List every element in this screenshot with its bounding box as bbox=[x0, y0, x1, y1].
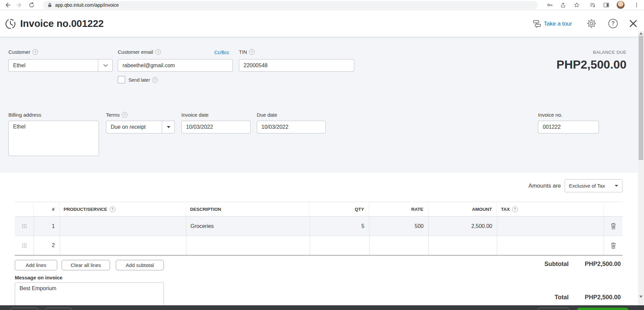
subtotal-amount: PHP2,500.00 bbox=[585, 261, 621, 268]
invoice-no-input[interactable] bbox=[538, 121, 599, 133]
tin-input[interactable] bbox=[239, 59, 354, 72]
col-number: # bbox=[34, 202, 60, 216]
footer-button-left-1[interactable] bbox=[10, 308, 38, 310]
tax-help-icon[interactable]: ? bbox=[512, 206, 518, 212]
drag-handle-icon[interactable] bbox=[15, 217, 34, 236]
scroll-down-icon[interactable] bbox=[639, 296, 643, 298]
subtotal-label: Subtotal bbox=[544, 261, 569, 268]
total-label: Total bbox=[554, 294, 569, 301]
media-playlist-icon[interactable] bbox=[589, 1, 597, 9]
due-date-label: Due date bbox=[257, 112, 277, 118]
clear-all-lines-button[interactable]: Clear all lines bbox=[62, 260, 110, 270]
amounts-are-row: Amounts are Exclusive of Tax bbox=[529, 179, 622, 192]
col-qty: QTY bbox=[310, 202, 369, 216]
page-title: Invoice no.001222 bbox=[20, 18, 104, 29]
scrollbar-thumb[interactable] bbox=[639, 36, 643, 160]
browser-forward-icon[interactable] bbox=[15, 1, 24, 9]
billing-address-label: Billing address bbox=[8, 112, 41, 118]
take-a-tour-label: Take a tour bbox=[544, 21, 572, 27]
amounts-are-label: Amounts are bbox=[529, 183, 561, 189]
address-bar[interactable]: app.qbo.intuit.com/app/invoice bbox=[43, 1, 538, 9]
due-date-input[interactable] bbox=[257, 121, 326, 133]
table-header-row: # PRODUCT/SERVICE? DESCRIPTION QTY RATE … bbox=[15, 202, 622, 217]
customer-dropdown-button[interactable] bbox=[98, 59, 113, 72]
add-lines-button[interactable]: Add lines bbox=[15, 260, 57, 270]
delete-row-icon[interactable] bbox=[604, 217, 622, 236]
col-product-service: PRODUCT/SERVICE? bbox=[60, 202, 186, 216]
scrollbar[interactable] bbox=[638, 31, 644, 305]
browser-reload-icon[interactable] bbox=[28, 1, 36, 9]
col-rate: RATE bbox=[369, 202, 428, 216]
col-amount: AMOUNT bbox=[428, 202, 497, 216]
quickbooks-invoice-page: app.qbo.intuit.com/app/invoice I bbox=[0, 0, 644, 310]
description-cell[interactable] bbox=[186, 236, 310, 255]
share-icon[interactable] bbox=[559, 1, 567, 9]
amount-cell[interactable]: 2,500.00 bbox=[428, 217, 497, 236]
browser-back-icon[interactable] bbox=[3, 1, 11, 9]
col-tax: TAX? bbox=[497, 202, 604, 216]
customer-help-icon[interactable]: ? bbox=[32, 49, 38, 55]
table-bottom-border bbox=[15, 255, 622, 256]
tax-cell[interactable] bbox=[497, 217, 604, 236]
take-a-tour-button[interactable]: Take a tour bbox=[533, 19, 572, 28]
row-number: 2 bbox=[34, 236, 60, 255]
product-cell[interactable] bbox=[60, 236, 186, 255]
bookmark-star-icon[interactable] bbox=[573, 1, 581, 9]
add-subtotal-button[interactable]: Add subtotal bbox=[116, 260, 164, 270]
browser-toolbar: app.qbo.intuit.com/app/invoice bbox=[0, 0, 644, 10]
description-cell[interactable]: Groceries bbox=[186, 217, 310, 236]
rate-cell[interactable]: 500 bbox=[369, 217, 428, 236]
product-cell[interactable] bbox=[60, 217, 186, 236]
line-items-table: # PRODUCT/SERVICE? DESCRIPTION QTY RATE … bbox=[15, 202, 622, 256]
drag-handle-icon[interactable] bbox=[15, 236, 34, 255]
terms-label: Terms? bbox=[106, 112, 128, 118]
invoice-date-input[interactable] bbox=[181, 121, 251, 133]
qty-cell[interactable] bbox=[310, 236, 369, 255]
browser-menu-icon[interactable] bbox=[633, 1, 641, 9]
invoice-date-label: Invoice date bbox=[181, 112, 209, 118]
delete-row-icon[interactable] bbox=[604, 236, 622, 255]
chevron-down-icon bbox=[615, 185, 618, 187]
tax-cell[interactable] bbox=[497, 236, 604, 255]
terms-select[interactable] bbox=[106, 121, 175, 133]
browser-profile-avatar[interactable] bbox=[616, 1, 625, 9]
send-later-checkbox[interactable] bbox=[118, 76, 125, 83]
send-later-help-icon[interactable]: ? bbox=[152, 77, 158, 83]
balance-due-amount: PHP2,500.00 bbox=[557, 58, 627, 71]
qty-cell[interactable]: 5 bbox=[310, 217, 369, 236]
chevron-down-icon bbox=[103, 64, 108, 67]
scroll-up-icon[interactable] bbox=[639, 32, 643, 35]
footer-button-right[interactable] bbox=[538, 308, 569, 310]
billing-address-textarea[interactable]: Ethel bbox=[8, 121, 99, 156]
save-and-send-button[interactable] bbox=[577, 308, 629, 310]
amounts-are-dropdown[interactable]: Exclusive of Tax bbox=[565, 179, 622, 192]
customer-select[interactable] bbox=[8, 59, 113, 72]
recent-transactions-icon[interactable] bbox=[4, 17, 17, 32]
rate-cell[interactable] bbox=[369, 236, 428, 255]
balance-due-label: BALANCE DUE bbox=[593, 50, 627, 55]
table-row-1[interactable]: 1 Groceries 5 500 2,500.00 bbox=[15, 217, 622, 236]
col-description: DESCRIPTION bbox=[186, 202, 310, 216]
amount-cell[interactable] bbox=[428, 236, 497, 255]
tin-help-icon[interactable]: ? bbox=[249, 49, 255, 55]
tin-label: TIN? bbox=[239, 49, 255, 55]
password-key-icon[interactable] bbox=[546, 1, 554, 9]
customer-email-input[interactable] bbox=[118, 59, 233, 72]
terms-help-icon[interactable]: ? bbox=[122, 112, 128, 118]
help-icon[interactable]: ? bbox=[608, 18, 618, 29]
customer-email-help-icon[interactable]: ? bbox=[155, 49, 161, 55]
side-panel-icon[interactable] bbox=[602, 1, 610, 9]
invoice-header: Invoice no.001222 Take a tour ? bbox=[0, 10, 644, 37]
send-later-label: Send later? bbox=[129, 77, 158, 83]
product-help-icon[interactable]: ? bbox=[110, 206, 115, 212]
customer-input[interactable] bbox=[8, 59, 113, 72]
amounts-are-value: Exclusive of Tax bbox=[569, 183, 605, 189]
total-amount: PHP2,500.00 bbox=[585, 294, 621, 301]
url-text: app.qbo.intuit.com/app/invoice bbox=[55, 2, 119, 8]
close-icon[interactable] bbox=[628, 18, 639, 29]
terms-dropdown-button[interactable] bbox=[162, 121, 175, 133]
footer-button-left-2[interactable] bbox=[45, 308, 72, 310]
settings-gear-icon[interactable] bbox=[586, 18, 597, 29]
cc-bcc-link[interactable]: Cc/Bcc bbox=[214, 50, 229, 55]
table-row-2[interactable]: 2 bbox=[15, 236, 622, 255]
